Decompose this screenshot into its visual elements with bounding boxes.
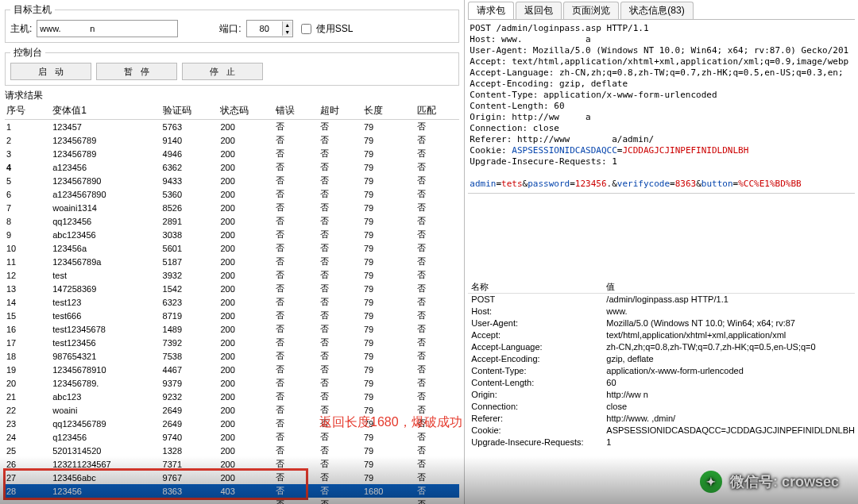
tab-response[interactable]: 返回包 [516,2,562,19]
table-row[interactable]: 15test6668719200否否79否 [5,309,459,322]
watermark-text: 微信号: crowsec [730,472,839,491]
detail-row[interactable]: Referer:http://www. ,dmin/ [468,413,855,425]
table-row[interactable]: 否否否 [5,498,459,504]
table-row[interactable]: 2552013145201328200否否79否 [5,444,459,457]
watermark: ✦ 微信号: crowsec [700,471,839,493]
wechat-icon: ✦ [700,471,722,493]
target-host-group: 目标主机 主机: 端口: ▲ ▼ 使用SSL [5,3,459,43]
port-spinner[interactable]: ▲ ▼ [246,20,293,37]
detail-row[interactable]: User-Agent:Mozilla/5.0 (Windows NT 10.0;… [468,317,855,329]
spin-up-icon[interactable]: ▲ [282,21,292,29]
table-row[interactable]: 11234575763200否否79否 [5,120,459,134]
col-timeout[interactable]: 超时 [319,102,362,120]
table-row[interactable]: 14test1236323200否否79否 [5,295,459,309]
host-input[interactable] [37,20,178,37]
table-row[interactable]: 9abc1234563038200否否79否 [5,228,459,241]
table-row[interactable]: 16test123456781489200否否79否 [5,322,459,336]
col-verify[interactable]: 验证码 [161,102,219,120]
table-row[interactable]: 7woaini13148526200否否79否 [5,201,459,214]
results-table[interactable]: 序号 变体值1 验证码 状态码 错误 超时 长度 匹配 112345757632… [5,102,459,504]
table-row[interactable]: 189876543217538200否否79否 [5,349,459,363]
detail-row[interactable]: Accept-Encoding:gzip, deflate [468,353,855,365]
col-variant[interactable]: 变体值1 [51,102,160,120]
detail-row[interactable]: Host:www. [468,306,855,317]
table-row[interactable]: 21234567899140200否否79否 [5,133,459,147]
port-input[interactable] [247,21,282,36]
table-row[interactable]: 4a1234566362200否否79否 [5,160,459,174]
detail-header-name: 名称 [468,281,606,293]
console-legend: 控制台 [10,46,45,60]
detail-row[interactable]: Connection:close [468,401,855,413]
start-button[interactable]: 启动 [10,63,91,80]
col-status[interactable]: 状态码 [218,102,274,120]
port-label: 端口: [219,22,241,36]
host-label: 主机: [10,22,32,36]
col-length[interactable]: 长度 [362,102,415,120]
tab-preview[interactable]: 页面浏览 [563,2,619,19]
target-host-legend: 目标主机 [10,3,55,17]
spin-down-icon[interactable]: ▼ [282,29,292,36]
pause-button[interactable]: 暂停 [96,63,177,80]
table-row[interactable]: 12test3932200否否79否 [5,268,459,282]
detail-row[interactable]: Upgrade-Insecure-Requests:1 [468,437,855,448]
table-row[interactable]: 131472583691542200否否79否 [5,282,459,295]
detail-row[interactable]: Origin:http://ww n [468,389,855,401]
col-error[interactable]: 错误 [274,102,318,120]
raw-request[interactable]: POST /admin/loginpass.asp HTTP/1.1 Host:… [468,20,855,194]
table-row[interactable]: 261232112345677371200否否79否 [5,457,459,471]
col-match[interactable]: 匹配 [415,102,459,120]
results-title: 请求结果 [5,89,459,102]
detail-row[interactable]: Cookie:ASPSESSIONIDCASDAQCC=JCDDAGJCJINP… [468,425,855,437]
ssl-checkbox[interactable] [301,24,311,34]
table-row[interactable]: 19123456789104467200否否79否 [5,363,459,376]
console-group: 控制台 启动 暂停 停止 [5,46,459,86]
detail-row[interactable]: Accept:text/html,application/xhtml+xml,a… [468,329,855,341]
tab-status[interactable]: 状态信息(83) [620,2,693,19]
detail-row[interactable]: Content-Type:application/x-www-form-urle… [468,365,855,377]
table-row[interactable]: 21abc1239232200否否79否 [5,390,459,403]
table-row[interactable]: 8qq1234562891200否否79否 [5,214,459,228]
table-row[interactable]: 10123456a5601200否否79否 [5,241,459,255]
table-row[interactable]: 20123456789.9379200否否79否 [5,376,459,390]
table-row[interactable]: 17test1234567392200否否79否 [5,336,459,349]
table-row[interactable]: 11123456789a5187200否否79否 [5,255,459,268]
detail-row[interactable]: Accept-Language:zh-CN,zh;q=0.8,zh-TW;q=0… [468,341,855,353]
stop-button[interactable]: 停止 [182,63,263,80]
tab-request[interactable]: 请求包 [468,2,514,19]
table-row[interactable]: 31234567894946200否否79否 [5,147,459,160]
ssl-label: 使用SSL [316,22,354,36]
col-index[interactable]: 序号 [5,102,51,120]
table-row[interactable]: 24q1234569740200否否79否 [5,430,459,444]
table-row[interactable]: 512345678909433200否否79否 [5,174,459,187]
table-row[interactable]: 6a12345678905360200否否79否 [5,187,459,201]
detail-header-value: 值 [606,281,855,293]
right-tabs: 请求包 返回包 页面浏览 状态信息(83) [468,2,855,20]
detail-row[interactable]: Content-Length:60 [468,377,855,389]
annotation-text: 返回长度1680，爆破成功 [319,414,462,431]
detail-row[interactable]: POST/admin/loginpass.asp HTTP/1.1 [468,294,855,306]
